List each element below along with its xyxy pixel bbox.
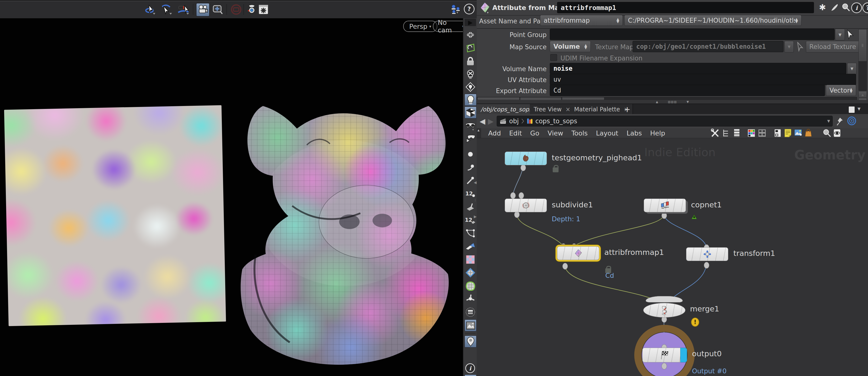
display-flag[interactable] bbox=[680, 348, 687, 363]
node-merge1[interactable] bbox=[643, 303, 685, 318]
node-copnet1[interactable] bbox=[644, 199, 686, 212]
point-group-input[interactable] bbox=[550, 29, 835, 40]
menu-labs[interactable]: Labs bbox=[622, 129, 646, 137]
menu-edit[interactable]: Edit bbox=[505, 129, 526, 137]
volume-name-menu-button[interactable]: ▼ bbox=[847, 63, 857, 75]
uv-viewport-icon[interactable] bbox=[465, 42, 476, 54]
splitter-up-icon[interactable]: ▲ bbox=[656, 100, 658, 104]
node-name-input[interactable] bbox=[557, 2, 814, 13]
node-subdivide1[interactable] bbox=[505, 199, 547, 212]
texture-map-menu-button[interactable]: ▼ bbox=[784, 41, 794, 53]
pane-layout-icon[interactable] bbox=[849, 107, 855, 113]
node-output0[interactable] bbox=[642, 348, 687, 363]
reference-plane-icon[interactable] bbox=[465, 29, 476, 40]
brush-icon[interactable] bbox=[829, 2, 840, 13]
shade-playbar-icon[interactable] bbox=[465, 133, 476, 144]
select-geometry-icon[interactable] bbox=[845, 29, 855, 41]
toolbar-expand-icon[interactable]: ▶ bbox=[465, 19, 476, 26]
input-connector[interactable] bbox=[519, 192, 524, 199]
scene-viewport[interactable]: Persp ▾ No cam ▾ bbox=[0, 18, 463, 376]
info-icon[interactable]: i bbox=[851, 2, 862, 13]
search-icon[interactable] bbox=[840, 2, 851, 13]
move-tool-icon[interactable] bbox=[160, 3, 173, 16]
headlight-icon[interactable] bbox=[465, 81, 476, 93]
export-type-dropdown[interactable]: Vector ▲▼ bbox=[826, 85, 856, 96]
node-attribfrommap1[interactable] bbox=[557, 247, 599, 260]
scroll-up-button[interactable]: ▲ bbox=[859, 91, 867, 98]
point-group-menu-button[interactable]: ▼ bbox=[835, 29, 845, 40]
help-icon[interactable]: ? bbox=[862, 2, 868, 13]
shade-glasses-icon[interactable]: ▾ bbox=[465, 120, 476, 131]
close-icon[interactable]: × bbox=[566, 106, 570, 113]
output-connector[interactable] bbox=[514, 211, 520, 218]
output-connector[interactable] bbox=[661, 363, 667, 369]
hull-display-icon[interactable] bbox=[465, 227, 476, 239]
background-image-add-icon[interactable] bbox=[793, 128, 803, 138]
breadcrumb-root[interactable]: obj bbox=[509, 117, 519, 125]
follow-selection-icon[interactable] bbox=[847, 116, 857, 127]
breadcrumb-current[interactable]: cops_to_sops bbox=[535, 117, 577, 125]
collapse-right-icon[interactable]: ▶ bbox=[474, 214, 477, 219]
view-mode-icon[interactable] bbox=[196, 3, 209, 16]
group-list-icon[interactable] bbox=[465, 306, 476, 318]
path-history-icon[interactable]: ▼ bbox=[827, 119, 830, 123]
no-lighting-icon[interactable] bbox=[465, 68, 476, 80]
output-connector[interactable] bbox=[521, 165, 526, 171]
texture-map-input[interactable]: cop:/obj/geo1/copnet1/bubblenoise1 bbox=[632, 41, 783, 52]
gear-menu-icon[interactable]: ✱ bbox=[817, 2, 828, 13]
menu-add[interactable]: Add bbox=[484, 129, 505, 137]
tree-view-icon[interactable] bbox=[721, 128, 731, 138]
normal-lighting-icon[interactable] bbox=[465, 94, 476, 106]
collapse-left-icon[interactable]: ◀ bbox=[474, 180, 477, 185]
back-button[interactable]: ◀ bbox=[479, 117, 485, 125]
tab-tree-view[interactable]: Tree View× bbox=[530, 104, 575, 115]
display-options-icon[interactable] bbox=[257, 3, 270, 16]
uv-distortion-icon[interactable] bbox=[465, 280, 476, 291]
splitter-down-icon[interactable]: ▼ bbox=[687, 100, 689, 104]
info-icon[interactable]: i bbox=[465, 363, 475, 373]
sticky-note-icon[interactable] bbox=[783, 128, 793, 138]
lock-camera-icon[interactable] bbox=[465, 55, 476, 67]
reload-texture-button[interactable]: Reload Texture bbox=[806, 41, 860, 53]
asset-path-dropdown[interactable]: C:/PROGRA~1/SIDEEF~1/HOUDIN~1.660/houdin… bbox=[624, 15, 802, 26]
uv-checker-icon[interactable] bbox=[465, 254, 476, 265]
menu-tools[interactable]: Tools bbox=[567, 129, 592, 137]
pane-splitter[interactable]: ◀ ⋮⋮ ▶ bbox=[474, 180, 477, 229]
node-testgeometry-pighead1[interactable] bbox=[505, 151, 547, 165]
chevron-down-icon[interactable]: ▼ bbox=[858, 107, 861, 111]
points-display-icon[interactable] bbox=[465, 148, 476, 160]
node-shape-icon[interactable] bbox=[773, 128, 782, 138]
pivot-display-icon[interactable] bbox=[465, 267, 476, 278]
list-view-icon[interactable] bbox=[732, 128, 742, 138]
uv-attribute-input[interactable]: uv bbox=[550, 74, 856, 85]
camera-menu-button[interactable]: No cam ▾ bbox=[433, 21, 463, 32]
network-overview-icon[interactable] bbox=[757, 128, 767, 138]
help-icon[interactable]: ? bbox=[464, 4, 474, 15]
background-image-icon[interactable] bbox=[465, 319, 476, 331]
perspective-menu-button[interactable]: Persp ▾ bbox=[403, 21, 437, 32]
high-quality-lighting-icon[interactable] bbox=[465, 107, 476, 118]
input-connector[interactable] bbox=[510, 192, 516, 199]
backfaces-icon[interactable] bbox=[465, 240, 476, 252]
param-scrollbar-thumb[interactable]: ⣿ bbox=[859, 29, 867, 61]
search-icon[interactable] bbox=[822, 128, 832, 138]
color-palette-icon[interactable] bbox=[746, 128, 756, 138]
visibility-icon[interactable] bbox=[832, 128, 842, 138]
volume-name-input[interactable]: noise bbox=[550, 63, 846, 74]
udim-checkbox[interactable] bbox=[550, 54, 557, 61]
grid-window-icon[interactable] bbox=[465, 375, 476, 376]
gallery-icon[interactable] bbox=[804, 128, 813, 138]
pin-icon[interactable] bbox=[837, 116, 845, 127]
view-tool-icon[interactable] bbox=[144, 3, 156, 16]
toolbox-icon[interactable] bbox=[710, 128, 720, 138]
menu-layout[interactable]: Layout bbox=[592, 129, 623, 137]
pane-vsplitter[interactable]: ▲ ▤▤▤ ▼ bbox=[477, 100, 868, 104]
menu-help[interactable]: Help bbox=[646, 129, 669, 137]
output-connector[interactable] bbox=[704, 262, 709, 268]
point-normals-icon[interactable] bbox=[465, 162, 476, 173]
map-source-dropdown[interactable]: Volume ▲▼ bbox=[550, 41, 591, 52]
flipbook-icon[interactable] bbox=[245, 3, 258, 16]
node-transform1[interactable] bbox=[686, 247, 728, 261]
menu-collapse-strip[interactable]: ▲ bbox=[477, 128, 481, 138]
frame-view-icon[interactable] bbox=[211, 3, 224, 16]
